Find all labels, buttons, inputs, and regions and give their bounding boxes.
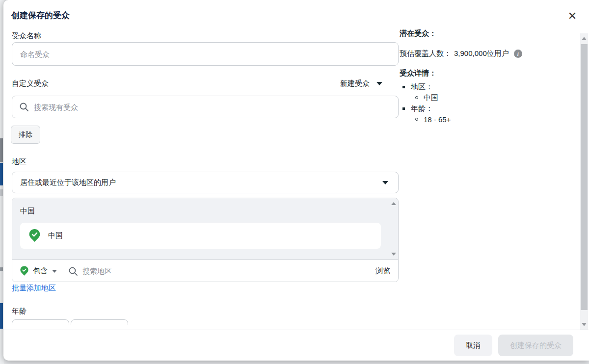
background-blue-bar [0,303,3,329]
background-fragment [0,189,3,196]
new-audience-label: 新建受众 [340,79,370,88]
scroll-up-icon[interactable] [391,202,396,205]
location-search-input[interactable] [82,267,371,275]
new-audience-dropdown[interactable]: 新建受众 [340,79,382,88]
close-icon[interactable]: ✕ [564,8,581,25]
audience-details-title: 受众详情： [400,69,436,78]
dialog-title: 创建保存的受众 [11,10,70,21]
location-type-select[interactable]: 居住或最近位于该地区的用户 [12,172,399,193]
age-min-value: 18 [20,325,28,326]
search-icon [68,266,78,276]
age-min-select[interactable]: 18 [12,319,69,325]
browse-button[interactable]: 浏览 [375,266,390,276]
list-item: 地区： [402,81,451,92]
chevron-down-icon [382,181,388,184]
list-item: 年龄： [402,103,451,114]
custom-audience-search [12,96,399,118]
selected-locations-list: 中国 中国 [12,198,398,260]
scroll-down-icon[interactable] [582,323,587,326]
scroll-up-icon[interactable] [582,37,587,40]
audience-details-list: 地区： 中国 年龄： 18 - 65+ [402,81,451,125]
custom-audience-label: 自定义受众 [12,79,49,88]
location-pin-icon [20,266,28,276]
square-bullet-icon [402,86,405,88]
create-saved-audience-button[interactable]: 创建保存的受众 [498,335,573,356]
cancel-button[interactable]: 取消 [454,335,492,356]
location-pin-icon [29,229,40,242]
square-bullet-icon [402,107,405,110]
audience-name-label: 受众名称 [12,31,41,41]
location-type-value: 居住或最近位于该地区的用户 [20,178,116,187]
list-item: 中国 [415,92,451,103]
detail-label: 地区： [411,82,433,92]
selected-location-item[interactable]: 中国 [20,223,381,249]
dialog-scrollbar[interactable] [580,33,588,330]
audience-name-input[interactable] [12,42,399,66]
potential-audience-title: 潜在受众： [400,29,436,38]
location-group-header: 中国 [20,207,35,216]
estimated-reach-row: 预估覆盖人数： 3,900,000位用户 i [400,49,522,58]
detail-label: 年龄： [411,104,433,113]
age-max-select[interactable]: 65 [71,319,128,325]
chevron-down-icon [376,82,382,85]
reach-value: 3,900,000位用户 [454,49,509,58]
scroll-down-icon[interactable] [391,253,396,256]
scrollbar-thumb[interactable] [581,44,588,310]
age-max-value: 65 [79,325,87,326]
detail-value: 18 - 65+ [424,115,451,124]
search-icon [19,102,29,112]
age-label: 年龄 [12,307,27,316]
list-item: 18 - 65+ [415,114,451,125]
chevron-down-icon[interactable] [52,270,57,273]
circle-bullet-icon [415,118,418,121]
location-search-row: 包含 浏览 [12,260,398,282]
background-fragment [0,267,3,271]
bulk-add-locations-link[interactable]: 批量添加地区 [12,284,56,293]
create-saved-audience-dialog: 受众名称 自定义受众 新建受众 排除 地区 居住或最近位于该地区的用户 中国 [3,0,589,361]
reach-label: 预估覆盖人数： [400,49,451,58]
background-blue-bar [0,163,3,185]
location-label: 地区 [12,157,27,166]
circle-bullet-icon [415,96,418,99]
background-fragment [0,138,3,162]
detail-value: 中国 [424,93,438,103]
dialog-scroll-area: 受众名称 自定义受众 新建受众 排除 地区 居住或最近位于该地区的用户 中国 [3,0,580,325]
location-list-scrollbar[interactable] [390,200,397,258]
dialog-footer: 取消 创建保存的受众 [3,330,589,361]
age-range-row: 18 65 [12,319,128,325]
location-picker: 中国 中国 包含 [12,198,399,282]
info-icon[interactable]: i [514,50,522,58]
include-dropdown-label[interactable]: 包含 [33,266,48,276]
selected-location-name: 中国 [48,231,63,240]
custom-audience-search-input[interactable] [34,103,391,111]
exclude-button[interactable]: 排除 [11,126,40,144]
